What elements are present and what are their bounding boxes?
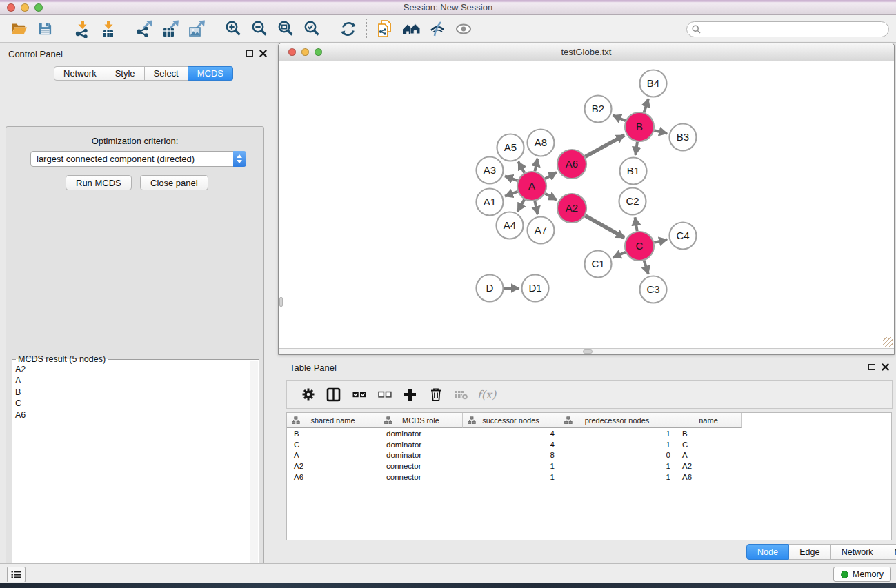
export-table-button[interactable] bbox=[157, 17, 183, 41]
table-cell-successor_nodes[interactable]: 8 bbox=[463, 451, 559, 459]
network-horizontal-scrollbar[interactable] bbox=[279, 348, 894, 354]
delete-column-button[interactable] bbox=[423, 383, 448, 406]
zoom-selected-button[interactable] bbox=[299, 17, 325, 41]
graph-edge-A-A7[interactable] bbox=[535, 201, 537, 214]
table-row[interactable]: A6connector11A6 bbox=[287, 472, 891, 483]
table-cell-name[interactable]: A2 bbox=[675, 462, 742, 470]
table-cell-successor_nodes[interactable]: 4 bbox=[463, 429, 559, 438]
table-cell-mcds_role[interactable]: dominator bbox=[379, 440, 463, 449]
export-network-button[interactable] bbox=[131, 17, 157, 41]
tab-network-table[interactable]: Network Table bbox=[831, 544, 884, 560]
table-row[interactable]: Cdominator41C bbox=[287, 439, 891, 450]
table-cell-name[interactable]: B bbox=[675, 429, 742, 438]
tab-style[interactable]: Style bbox=[106, 66, 145, 81]
graph-edge-C-C1[interactable] bbox=[613, 252, 626, 258]
graph-edge-B-B3[interactable] bbox=[654, 130, 667, 133]
zoom-in-button[interactable] bbox=[220, 17, 246, 41]
table-cell-successor_nodes[interactable]: 4 bbox=[463, 440, 559, 449]
column-header-name[interactable]: name bbox=[675, 413, 742, 428]
table-cell-predecessor_nodes[interactable]: 1 bbox=[559, 473, 675, 481]
delete-table-button[interactable] bbox=[448, 383, 474, 406]
table-cell-successor_nodes[interactable]: 1 bbox=[463, 473, 559, 481]
float-table-panel-icon[interactable] bbox=[868, 364, 875, 370]
result-scrollbar[interactable] bbox=[250, 361, 258, 588]
tab-network[interactable]: Network bbox=[54, 66, 106, 81]
show-all-button[interactable] bbox=[450, 17, 477, 41]
graph-edge-B-B4[interactable] bbox=[644, 99, 648, 112]
graph-edge-A-A2[interactable] bbox=[545, 194, 557, 200]
table-cell-mcds_role[interactable]: dominator bbox=[379, 429, 463, 438]
table-cell-shared_name[interactable]: A bbox=[287, 451, 379, 459]
graph-node-B[interactable]: B bbox=[625, 112, 654, 141]
column-header-shared-name[interactable]: shared name bbox=[287, 413, 379, 428]
search-input[interactable] bbox=[704, 23, 888, 36]
graph-edge-B-B1[interactable] bbox=[635, 142, 637, 155]
graph-node-A5[interactable]: A5 bbox=[497, 134, 524, 161]
graph-edge-C-C3[interactable] bbox=[644, 261, 648, 274]
close-table-panel-icon[interactable] bbox=[882, 363, 889, 371]
graph-node-A6[interactable]: A6 bbox=[557, 150, 586, 179]
deselect-all-button[interactable] bbox=[372, 383, 397, 406]
table-row[interactable]: Adominator80A bbox=[287, 450, 891, 461]
column-header-predecessor-nodes[interactable]: predecessor nodes bbox=[559, 413, 675, 428]
graph-edge-A-A4[interactable] bbox=[518, 199, 525, 211]
graph-node-C3[interactable]: C3 bbox=[640, 276, 667, 303]
select-all-button[interactable] bbox=[346, 383, 372, 406]
tab-motifs[interactable]: Motifs bbox=[884, 544, 896, 560]
network-vertical-scrollbar[interactable] bbox=[279, 61, 283, 349]
graph-node-D1[interactable]: D1 bbox=[522, 275, 549, 302]
graph-node-B3[interactable]: B3 bbox=[670, 124, 697, 151]
optimization-criterion-dropdown[interactable]: largest connected component (directed) bbox=[30, 151, 246, 167]
table-settings-button[interactable] bbox=[295, 383, 321, 406]
table-cell-shared_name[interactable]: B bbox=[287, 429, 379, 438]
mcds-result-item[interactable]: A2 bbox=[15, 364, 248, 375]
import-network-button[interactable] bbox=[68, 17, 94, 41]
export-image-button[interactable] bbox=[183, 17, 210, 41]
refresh-button[interactable] bbox=[335, 17, 361, 41]
import-table-button[interactable] bbox=[94, 17, 121, 41]
graph-edge-A-A3[interactable] bbox=[505, 176, 517, 181]
graph-edge-A2-C[interactable] bbox=[585, 216, 624, 238]
graph-node-D[interactable]: D bbox=[477, 275, 504, 302]
mcds-result-item[interactable]: A bbox=[15, 375, 248, 386]
network-canvas[interactable]: B4B2BB3A8A5A6A3B1AC2A1A2A4A7C4CC1DC3D1 bbox=[279, 61, 894, 349]
hide-selected-button[interactable] bbox=[424, 17, 450, 41]
column-header-mcds-role[interactable]: MCDS role bbox=[379, 413, 463, 428]
tab-select[interactable]: Select bbox=[145, 66, 188, 81]
graph-node-A8[interactable]: A8 bbox=[528, 130, 555, 156]
graph-edge-A-A6[interactable] bbox=[545, 172, 557, 179]
graph-edge-A6-B[interactable] bbox=[585, 135, 624, 156]
graph-edge-C-C2[interactable] bbox=[635, 217, 637, 231]
table-row[interactable]: Bdominator41B bbox=[287, 428, 891, 439]
run-mcds-button[interactable]: Run MCDS bbox=[66, 175, 132, 190]
mcds-result-item[interactable]: B bbox=[15, 387, 248, 398]
graph-node-A4[interactable]: A4 bbox=[497, 212, 524, 239]
float-panel-icon[interactable] bbox=[246, 50, 253, 57]
table-cell-predecessor_nodes[interactable]: 1 bbox=[559, 462, 675, 470]
graph-node-A[interactable]: A bbox=[517, 172, 546, 201]
graph-node-C4[interactable]: C4 bbox=[670, 223, 697, 250]
tab-edge-table[interactable]: Edge Table bbox=[789, 544, 831, 560]
graph-node-A1[interactable]: A1 bbox=[477, 189, 504, 216]
graph-edge-A-A5[interactable] bbox=[518, 162, 524, 173]
mcds-result-item[interactable]: C bbox=[15, 398, 248, 409]
graph-node-B1[interactable]: B1 bbox=[620, 158, 647, 185]
graph-node-A7[interactable]: A7 bbox=[528, 217, 555, 244]
search-field[interactable] bbox=[686, 21, 889, 37]
new-network-from-selection-button[interactable] bbox=[372, 17, 398, 41]
table-cell-name[interactable]: A bbox=[675, 451, 742, 459]
graph-edge-B-B2[interactable] bbox=[613, 115, 626, 121]
table-cell-predecessor_nodes[interactable]: 1 bbox=[559, 440, 675, 449]
open-file-button[interactable] bbox=[6, 17, 32, 41]
graph-edge-A-A1[interactable] bbox=[505, 192, 517, 196]
table-cell-predecessor_nodes[interactable]: 0 bbox=[559, 451, 675, 459]
close-panel-button[interactable]: Close panel bbox=[140, 175, 208, 190]
tab-mcds[interactable]: MCDS bbox=[188, 66, 233, 81]
graph-node-A3[interactable]: A3 bbox=[477, 157, 504, 184]
add-column-button[interactable] bbox=[397, 383, 423, 406]
graph-node-B4[interactable]: B4 bbox=[640, 70, 667, 97]
graph-edge-A-A8[interactable] bbox=[535, 159, 537, 171]
graph-node-C1[interactable]: C1 bbox=[585, 251, 612, 278]
zoom-out-button[interactable] bbox=[246, 17, 272, 41]
memory-button[interactable]: Memory bbox=[833, 567, 891, 582]
